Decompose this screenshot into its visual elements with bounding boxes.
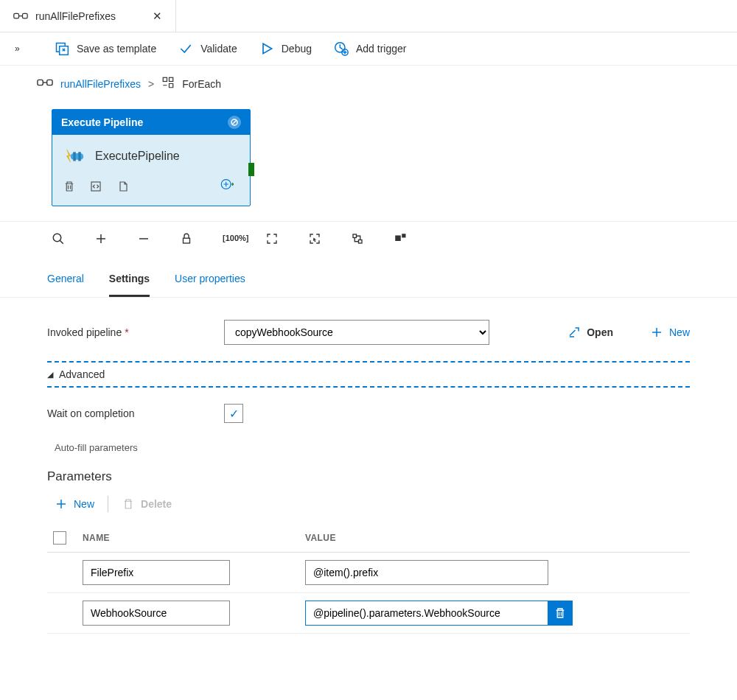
parameters-table: NAME VALUE [47, 524, 690, 634]
invoked-pipeline-select[interactable]: copyWebhookSource [224, 320, 489, 345]
svg-rect-11 [170, 77, 173, 81]
delete-icon[interactable] [63, 180, 76, 195]
param-value-input[interactable] [305, 560, 548, 585]
svg-rect-16 [78, 152, 81, 161]
activity-type-label: Execute Pipeline [61, 116, 143, 128]
validate-button[interactable]: Validate [178, 41, 237, 56]
delete-parameter-button: Delete [122, 497, 172, 511]
editor-tabbar: runAllFilePrefixes ✕ [0, 0, 737, 32]
new-pipeline-button[interactable]: New [650, 326, 690, 339]
wait-on-completion-label: Wait on completion [47, 407, 209, 419]
save-as-template-button[interactable]: Save as template [55, 41, 156, 56]
svg-rect-14 [71, 153, 84, 160]
select-all-checkbox[interactable] [53, 531, 66, 545]
clear-value-icon[interactable] [548, 601, 573, 626]
svg-point-19 [53, 234, 61, 242]
breadcrumb-separator: > [148, 78, 154, 90]
add-output-icon[interactable] [220, 178, 240, 197]
detail-tabs: General Settings User properties [0, 258, 737, 298]
editor-tab[interactable]: runAllFilePrefixes ✕ [0, 0, 176, 32]
settings-panel: Invoked pipeline* copyWebhookSource Open… [0, 298, 737, 656]
svg-rect-25 [353, 234, 357, 238]
design-canvas[interactable]: Execute Pipeline ExecutePipeline [0, 102, 737, 221]
new-parameter-button[interactable]: New [55, 497, 94, 511]
activity-card-header: Execute Pipeline [52, 110, 250, 135]
zoom-in-icon[interactable] [52, 232, 65, 248]
invoked-pipeline-label: Invoked pipeline* [47, 326, 209, 338]
debug-button[interactable]: Debug [259, 41, 312, 56]
connection-handle[interactable] [248, 163, 254, 176]
table-row [47, 593, 690, 634]
svg-rect-7 [38, 80, 43, 85]
add-icon[interactable] [94, 232, 108, 248]
column-name: NAME [77, 524, 299, 553]
param-name-input[interactable] [83, 601, 230, 626]
tab-user-properties[interactable]: User properties [175, 267, 245, 297]
fit-screen-icon[interactable] [265, 232, 279, 248]
minus-icon[interactable] [137, 232, 150, 248]
table-row [47, 553, 690, 593]
minimap-icon[interactable] [394, 232, 407, 248]
foreach-icon [161, 76, 175, 91]
caret-down-icon: ◢ [47, 370, 53, 379]
wait-on-completion-checkbox[interactable]: ✓ [224, 404, 243, 423]
tab-title: runAllFilePrefixes [35, 10, 116, 22]
svg-rect-15 [73, 152, 76, 161]
expand-chevron-icon[interactable]: » [15, 43, 25, 54]
activity-card[interactable]: Execute Pipeline ExecutePipeline [52, 109, 251, 206]
param-value-input[interactable] [305, 601, 548, 626]
copy-icon[interactable] [116, 180, 129, 195]
breadcrumb-root[interactable]: runAllFilePrefixes [60, 78, 141, 90]
svg-rect-24 [184, 238, 190, 243]
pipeline-toolbar: » Save as template Validate Debug Add tr… [0, 32, 737, 66]
tab-settings[interactable]: Settings [109, 267, 150, 297]
svg-rect-0 [14, 14, 19, 19]
svg-rect-8 [47, 80, 52, 85]
canvas-zoom-toolbar: [100%] [0, 221, 737, 258]
close-icon[interactable]: ✕ [153, 10, 162, 23]
column-value: VALUE [299, 524, 690, 553]
open-pipeline-button[interactable]: Open [567, 326, 613, 339]
breadcrumb: runAllFilePrefixes > ForEach [0, 66, 737, 102]
auto-layout-icon[interactable] [351, 232, 364, 248]
lock-icon[interactable] [180, 232, 193, 248]
add-trigger-button[interactable]: Add trigger [334, 41, 406, 56]
code-icon[interactable] [89, 180, 102, 195]
zoom-100-icon[interactable]: [100%] [223, 234, 236, 247]
svg-rect-28 [402, 234, 405, 237]
pipeline-icon [13, 11, 28, 21]
svg-rect-27 [395, 236, 401, 242]
svg-rect-1 [22, 14, 27, 19]
svg-line-13 [232, 120, 237, 125]
svg-rect-10 [163, 77, 167, 81]
tab-general[interactable]: General [47, 267, 84, 297]
breadcrumb-current: ForEach [182, 78, 221, 90]
pipeline-icon [37, 77, 53, 91]
svg-line-20 [60, 240, 63, 244]
autofill-parameters-button[interactable]: Auto-fill parameters [47, 439, 690, 456]
execute-pipeline-icon [64, 148, 85, 164]
activity-menu-icon[interactable] [228, 116, 241, 129]
svg-rect-26 [359, 240, 363, 244]
activity-name: ExecutePipeline [95, 150, 180, 163]
fullscreen-select-icon[interactable] [308, 232, 321, 248]
parameters-heading: Parameters [47, 469, 690, 484]
advanced-section-toggle[interactable]: ◢ Advanced [47, 361, 690, 388]
param-name-input[interactable] [83, 560, 230, 585]
